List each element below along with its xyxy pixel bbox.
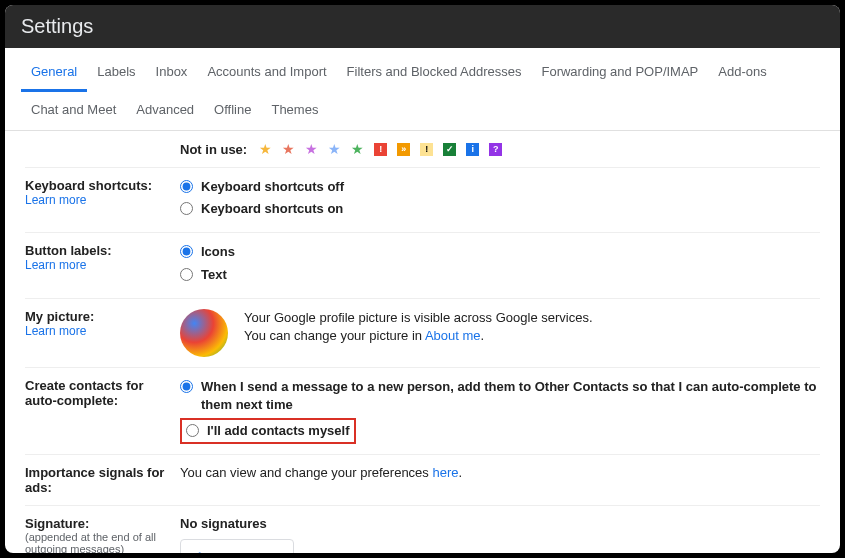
my-picture-row: My picture: Learn more Your Google profi… <box>25 299 820 368</box>
about-me-link[interactable]: About me <box>425 328 481 343</box>
avatar[interactable] <box>180 309 228 357</box>
settings-window: Settings GeneralLabelsInboxAccounts and … <box>5 5 840 553</box>
page-title: Settings <box>5 5 840 48</box>
settings-tabs: GeneralLabelsInboxAccounts and ImportFil… <box>5 48 840 131</box>
importance-label: Importance signals for ads: <box>25 465 170 495</box>
create-new-signature-button[interactable]: + Create new <box>180 539 294 553</box>
highlight-box: I'll add contacts myself <box>180 418 356 444</box>
flag-icon[interactable]: » <box>397 143 410 156</box>
create-contacts-auto[interactable]: When I send a message to a new person, a… <box>180 378 820 414</box>
importance-row: Importance signals for ads: You can view… <box>25 455 820 506</box>
flag-icon[interactable]: ? <box>489 143 502 156</box>
tab-filters-and-blocked-addresses[interactable]: Filters and Blocked Addresses <box>337 54 532 92</box>
keyboard-shortcuts-row: Keyboard shortcuts: Learn more Keyboard … <box>25 168 820 233</box>
keyboard-shortcuts-label: Keyboard shortcuts: <box>25 178 170 193</box>
star-icon[interactable]: ★ <box>259 141 272 157</box>
importance-here-link[interactable]: here <box>432 465 458 480</box>
button-labels-icons[interactable]: Icons <box>180 243 820 261</box>
radio-bl-icons[interactable] <box>180 245 193 258</box>
button-labels-row: Button labels: Learn more Icons Text <box>25 233 820 298</box>
not-in-use-label: Not in use: <box>180 142 247 157</box>
my-picture-label: My picture: <box>25 309 170 324</box>
create-contacts-label: Create contacts for auto-complete: <box>25 378 170 408</box>
star-icon[interactable]: ★ <box>305 141 318 157</box>
picture-info-2: You can change your picture in About me. <box>244 327 593 345</box>
tab-inbox[interactable]: Inbox <box>146 54 198 92</box>
flag-icon[interactable]: i <box>466 143 479 156</box>
star-presets: ★★★★★!»!✓i? <box>259 141 502 157</box>
signature-label: Signature: <box>25 516 170 531</box>
button-labels-text[interactable]: Text <box>180 266 820 284</box>
radio-ks-off[interactable] <box>180 180 193 193</box>
tab-add-ons[interactable]: Add-ons <box>708 54 776 92</box>
learn-more-link[interactable]: Learn more <box>25 258 170 272</box>
star-icon[interactable]: ★ <box>351 141 364 157</box>
create-contacts-manual[interactable]: I'll add contacts myself <box>186 422 350 440</box>
flag-icon[interactable]: ✓ <box>443 143 456 156</box>
button-labels-label: Button labels: <box>25 243 170 258</box>
plus-icon: + <box>195 548 204 553</box>
create-contacts-row: Create contacts for auto-complete: When … <box>25 368 820 456</box>
flag-icon[interactable]: ! <box>420 143 433 156</box>
tab-forwarding-and-pop-imap[interactable]: Forwarding and POP/IMAP <box>531 54 708 92</box>
keyboard-shortcuts-off[interactable]: Keyboard shortcuts off <box>180 178 820 196</box>
signature-row: Signature: (appended at the end of all o… <box>25 506 820 553</box>
tab-labels[interactable]: Labels <box>87 54 145 92</box>
tab-chat-and-meet[interactable]: Chat and Meet <box>21 92 126 130</box>
signature-sub: (appended at the end of all outgoing mes… <box>25 531 170 553</box>
learn-more-link[interactable]: Learn more <box>25 193 170 207</box>
signature-status: No signatures <box>180 516 820 531</box>
stars-row: Not in use: ★★★★★!»!✓i? <box>25 131 820 168</box>
radio-ks-on[interactable] <box>180 202 193 215</box>
star-icon[interactable]: ★ <box>282 141 295 157</box>
settings-content: Not in use: ★★★★★!»!✓i? Keyboard shortcu… <box>5 131 840 553</box>
tab-accounts-and-import[interactable]: Accounts and Import <box>197 54 336 92</box>
radio-cc-auto[interactable] <box>180 380 193 393</box>
tab-offline[interactable]: Offline <box>204 92 261 130</box>
keyboard-shortcuts-on[interactable]: Keyboard shortcuts on <box>180 200 820 218</box>
flag-icon[interactable]: ! <box>374 143 387 156</box>
tab-advanced[interactable]: Advanced <box>126 92 204 130</box>
radio-bl-text[interactable] <box>180 268 193 281</box>
tab-general[interactable]: General <box>21 54 87 92</box>
tab-themes[interactable]: Themes <box>261 92 328 130</box>
learn-more-link[interactable]: Learn more <box>25 324 170 338</box>
radio-cc-manual[interactable] <box>186 424 199 437</box>
star-icon[interactable]: ★ <box>328 141 341 157</box>
picture-info-1: Your Google profile picture is visible a… <box>244 309 593 327</box>
